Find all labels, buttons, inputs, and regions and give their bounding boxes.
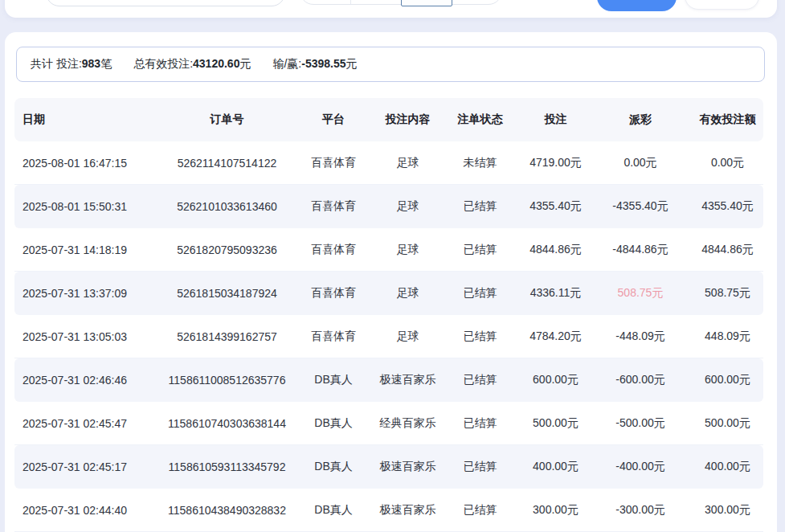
- content-cell: 足球: [378, 329, 438, 344]
- date-cell: 2025-08-01 15:50:31: [14, 200, 165, 213]
- status-cell: 已结算: [438, 199, 522, 214]
- order-cell: 1158610438490328832: [165, 504, 289, 517]
- order-cell: 1158610593113345792: [165, 460, 289, 473]
- date-cell: 2025-07-31 02:44:40: [14, 504, 165, 517]
- status-cell: 已结算: [438, 503, 522, 518]
- content-cell: 极速百家乐: [378, 503, 438, 518]
- table-row: 2025-08-01 16:47:155262114107514122百喜体育足…: [14, 141, 763, 185]
- column-header: 日期: [14, 113, 165, 127]
- date-cell: 2025-07-31 02:45:47: [14, 417, 165, 430]
- column-header: 注单状态: [438, 113, 522, 127]
- valid-cell: 4844.86元: [692, 243, 763, 257]
- table-row: 2025-07-31 02:45:171158610593113345792DB…: [14, 445, 763, 489]
- bet-cell: 600.00元: [522, 373, 589, 387]
- payout-cell: -4844.86元: [589, 243, 692, 257]
- column-header: 投注: [522, 113, 589, 127]
- status-cell: 已结算: [438, 243, 522, 257]
- column-header: 平台: [289, 113, 378, 127]
- table-row: 2025-07-31 02:46:461158611008512635776DB…: [14, 358, 763, 402]
- valid-cell: 448.09元: [692, 329, 763, 344]
- column-header: 投注内容: [378, 113, 438, 127]
- platform-cell: DB真人: [289, 373, 378, 387]
- valid-cell: 600.00元: [692, 373, 763, 387]
- table-row: 2025-08-01 15:50:315262101033613460百喜体育足…: [14, 185, 763, 228]
- content-cell: 极速百家乐: [378, 373, 438, 387]
- payout-cell: -500.00元: [589, 416, 692, 431]
- payout-cell: -300.00元: [589, 503, 692, 518]
- content-cell: 足球: [378, 286, 438, 301]
- valid-cell: 400.00元: [692, 460, 763, 474]
- content-cell: 足球: [378, 199, 438, 214]
- platform-cell: DB真人: [289, 503, 378, 518]
- bet-cell: 500.00元: [522, 416, 589, 431]
- order-cell: 1158611008512635776: [165, 374, 289, 387]
- summary-total-bets: 共计 投注:983笔: [31, 57, 112, 72]
- content-cell: 极速百家乐: [378, 460, 438, 474]
- payout-cell: -4355.40元: [589, 199, 692, 214]
- order-cell: 5262101033613460: [165, 200, 289, 213]
- bet-cell: 4844.86元: [522, 243, 589, 257]
- order-cell: 5261814399162757: [165, 330, 289, 343]
- platform-cell: DB真人: [289, 460, 378, 474]
- payout-cell: -400.00元: [589, 460, 692, 474]
- status-cell: 已结算: [438, 416, 522, 431]
- platform-cell: DB真人: [289, 416, 378, 431]
- date-cell: 2025-08-01 16:47:15: [14, 157, 165, 170]
- column-header: 派彩: [589, 113, 692, 127]
- status-cell: 已结算: [438, 329, 522, 344]
- date-cell: 2025-07-31 02:46:46: [14, 374, 165, 387]
- order-cell: 5261815034187924: [165, 287, 289, 300]
- table-row: 2025-07-31 14:18:195261820795093236百喜体育足…: [14, 228, 763, 272]
- summary-bar: 共计 投注:983笔 总有效投注:43120.60元 输/赢:-5398.55元: [16, 47, 765, 82]
- content-cell: 足球: [378, 156, 438, 170]
- valid-cell: 300.00元: [692, 503, 763, 518]
- bet-records-panel: 共计 投注:983笔 总有效投注:43120.60元 输/赢:-5398.55元…: [5, 32, 777, 532]
- valid-cell: 4355.40元: [692, 199, 763, 214]
- platform-cell: 百喜体育: [289, 156, 378, 170]
- status-cell: 已结算: [438, 460, 522, 474]
- platform-cell: 百喜体育: [289, 329, 378, 344]
- reset-button[interactable]: [685, 0, 759, 10]
- payout-cell: 508.75元: [589, 286, 692, 301]
- table-header-row: 日期订单号平台投注内容注单状态投注派彩有效投注额: [14, 98, 763, 141]
- date-cell: 2025-07-31 13:05:03: [14, 330, 165, 343]
- date-cell: 2025-07-31 14:18:19: [14, 243, 165, 256]
- payout-cell: -600.00元: [589, 373, 692, 387]
- filter-segment-4[interactable]: [452, 0, 501, 4]
- filter-segment-2[interactable]: [351, 0, 402, 4]
- bet-cell: 4784.20元: [522, 329, 589, 344]
- filter-segment-3-selected[interactable]: [401, 0, 452, 6]
- toolbar: [5, 0, 777, 18]
- table-row: 2025-07-31 02:45:471158610740303638144DB…: [14, 402, 763, 445]
- content-cell: 足球: [378, 243, 438, 257]
- bet-table: 日期订单号平台投注内容注单状态投注派彩有效投注额 2025-08-01 16:4…: [14, 98, 763, 532]
- filter-segment-1[interactable]: [301, 0, 351, 4]
- search-button[interactable]: [597, 0, 677, 11]
- platform-cell: 百喜体育: [289, 199, 378, 214]
- payout-cell: 0.00元: [589, 156, 692, 170]
- summary-win-loss: 输/赢:-5398.55元: [272, 57, 357, 72]
- column-header: 订单号: [165, 113, 289, 127]
- bet-cell: 300.00元: [522, 503, 589, 518]
- date-cell: 2025-07-31 13:37:09: [14, 287, 165, 300]
- order-cell: 5261820795093236: [165, 243, 289, 256]
- summary-total-valid: 总有效投注:43120.60元: [133, 57, 251, 72]
- bet-cell: 4336.11元: [522, 286, 589, 301]
- bet-cell: 4355.40元: [522, 199, 589, 214]
- search-input[interactable]: [46, 0, 285, 6]
- table-row: 2025-07-31 13:37:095261815034187924百喜体育足…: [14, 272, 763, 315]
- order-cell: 1158610740303638144: [165, 417, 289, 430]
- bet-cell: 4719.00元: [522, 156, 589, 170]
- table-body: 2025-08-01 16:47:155262114107514122百喜体育足…: [14, 141, 763, 532]
- content-cell: 经典百家乐: [378, 416, 438, 431]
- valid-cell: 0.00元: [692, 156, 763, 170]
- valid-cell: 508.75元: [692, 286, 763, 301]
- status-cell: 已结算: [438, 373, 522, 387]
- status-cell: 未结算: [438, 156, 522, 170]
- table-row: 2025-07-31 13:05:035261814399162757百喜体育足…: [14, 315, 763, 358]
- filter-segment-group: [300, 0, 502, 5]
- bet-cell: 400.00元: [522, 460, 589, 474]
- column-header: 有效投注额: [692, 113, 763, 127]
- date-cell: 2025-07-31 02:45:17: [14, 460, 165, 473]
- table-row: 2025-07-31 02:44:401158610438490328832DB…: [14, 489, 763, 532]
